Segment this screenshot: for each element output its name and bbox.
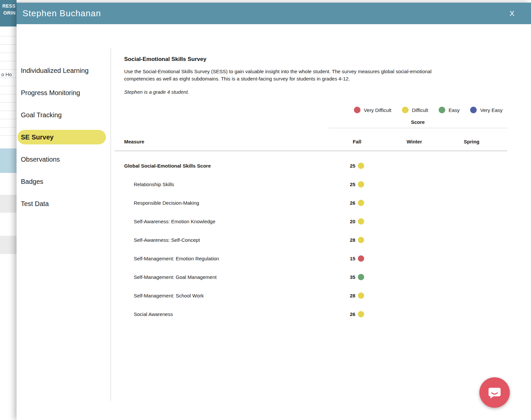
- modal-title: Stephen Buchanan: [23, 8, 101, 19]
- modal-body: Individualized LearningProgress Monitori…: [17, 48, 531, 401]
- legend-item: Very Easy: [470, 107, 503, 113]
- score-level-dot: [358, 218, 364, 225]
- legend-item: Easy: [439, 107, 459, 113]
- score-value: 20: [350, 219, 356, 224]
- legend-dot: [470, 107, 477, 113]
- score-level-dot: [358, 181, 364, 187]
- chat-bubble-icon: [487, 385, 502, 400]
- legend: Very DifficultDifficultEasyVery Easy: [115, 107, 503, 113]
- legend-label: Difficult: [412, 107, 428, 113]
- score-level-dot: [358, 200, 364, 206]
- legend-dot: [402, 107, 409, 113]
- score-value: 25: [350, 163, 356, 169]
- background-block: [0, 195, 17, 213]
- legend-item: Very Difficult: [354, 107, 391, 113]
- table-row: Self-Awareness: Self-Concept28: [115, 231, 507, 249]
- sidebar-item-se-survey[interactable]: SE Survey: [18, 130, 106, 144]
- score-group-header: Score: [328, 119, 507, 128]
- legend-label: Easy: [449, 107, 459, 113]
- legend-dot: [354, 107, 361, 113]
- measure-label: Self-Awareness: Self-Concept: [115, 237, 328, 243]
- score-level-dot: [358, 237, 364, 243]
- table-header-row: Measure Fall Winter Spring: [115, 139, 507, 151]
- fall-column-header: Fall: [328, 139, 386, 144]
- score-group-row: Score: [115, 119, 507, 128]
- student-modal: Stephen Buchanan X Individualized Learni…: [17, 3, 531, 420]
- sidebar-item-badges[interactable]: Badges: [18, 174, 106, 189]
- table-row: Relationship Skills25: [115, 175, 507, 193]
- survey-panel: Social-Emotional Skills Survey Use the S…: [111, 48, 531, 401]
- table-row: Self-Management: Goal Management35: [115, 268, 507, 286]
- legend-item: Difficult: [402, 107, 428, 113]
- fall-score-cell: 25: [328, 163, 386, 169]
- background-table-rows: [0, 28, 17, 137]
- score-spacer: [115, 119, 328, 128]
- fall-score-cell: 35: [328, 274, 386, 280]
- fall-score-cell: 28: [328, 292, 386, 299]
- score-level-dot: [358, 255, 364, 262]
- legend-dot: [439, 107, 445, 113]
- sidebar: Individualized LearningProgress Monitori…: [17, 48, 111, 401]
- sidebar-item-goal-tracking[interactable]: Goal Tracking: [18, 108, 106, 122]
- panel-title: Social-Emotional Skills Survey: [124, 56, 507, 63]
- spring-column-header: Spring: [443, 139, 500, 144]
- background-block: [0, 236, 17, 254]
- legend-label: Very Difficult: [364, 107, 391, 113]
- score-value: 28: [350, 237, 356, 243]
- score-value: 25: [350, 182, 356, 187]
- measure-label: Social Awareness: [115, 311, 328, 317]
- fall-score-cell: 15: [328, 255, 386, 262]
- grade-note: Stephen is a grade 4 student.: [124, 89, 507, 95]
- background-link-fragment: o Ho: [1, 72, 12, 77]
- score-value: 15: [350, 256, 356, 261]
- score-value: 35: [350, 274, 356, 280]
- fall-score-cell: 26: [328, 200, 386, 206]
- table-row: Responsible Decision-Making26: [115, 193, 507, 212]
- measure-label: Self-Management: Emotion Regulation: [115, 256, 328, 261]
- score-value: 26: [350, 200, 356, 206]
- sidebar-item-individualized-learning[interactable]: Individualized Learning: [18, 63, 106, 78]
- fall-score-cell: 26: [328, 311, 386, 317]
- score-level-dot: [358, 163, 364, 169]
- measure-label: Self-Awareness: Emotion Knowledge: [115, 219, 328, 224]
- score-value: 28: [350, 293, 356, 298]
- close-button[interactable]: X: [509, 9, 514, 18]
- score-level-dot: [358, 311, 364, 317]
- fall-score-cell: 28: [328, 237, 386, 243]
- legend-label: Very Easy: [480, 107, 503, 113]
- fall-score-cell: 25: [328, 181, 386, 187]
- modal-header: Stephen Buchanan X: [17, 3, 531, 24]
- table-row: Global Social-Emotional Skills Score25: [115, 156, 507, 175]
- measure-label: Responsible Decision-Making: [115, 200, 328, 206]
- sidebar-item-progress-monitoring[interactable]: Progress Monitoring: [18, 85, 106, 100]
- table-row: Self-Management: School Work28: [115, 286, 507, 305]
- sidebar-item-test-data[interactable]: Test Data: [18, 196, 106, 211]
- measure-column-header: Measure: [115, 139, 328, 144]
- measure-label: Global Social-Emotional Skills Score: [115, 163, 328, 169]
- table-row: Self-Awareness: Emotion Knowledge20: [115, 212, 507, 231]
- measure-label: Relationship Skills: [115, 182, 328, 187]
- background-page: RESS ORIN o Ho: [0, 0, 17, 420]
- measure-label: Self-Management: Goal Management: [115, 274, 328, 280]
- chat-launcher-button[interactable]: [479, 377, 510, 408]
- score-level-dot: [358, 292, 364, 299]
- table-row: Self-Management: Emotion Regulation15: [115, 249, 507, 268]
- table-row: Social Awareness26: [115, 305, 507, 323]
- background-selected-row: [0, 148, 17, 173]
- fall-score-cell: 20: [328, 218, 386, 225]
- background-header-fragment: ORIN: [0, 10, 16, 17]
- score-level-dot: [358, 274, 364, 280]
- background-page-header: RESS ORIN: [0, 0, 17, 26]
- background-header-fragment: RESS: [0, 3, 16, 10]
- winter-column-header: Winter: [386, 139, 443, 144]
- measure-label: Self-Management: School Work: [115, 293, 328, 298]
- score-value: 26: [350, 311, 356, 317]
- sidebar-item-observations[interactable]: Observations: [18, 152, 106, 167]
- panel-description: Use the Social-Emotional Skills Survey (…: [124, 68, 440, 82]
- survey-table-body: Global Social-Emotional Skills Score25Re…: [115, 151, 507, 323]
